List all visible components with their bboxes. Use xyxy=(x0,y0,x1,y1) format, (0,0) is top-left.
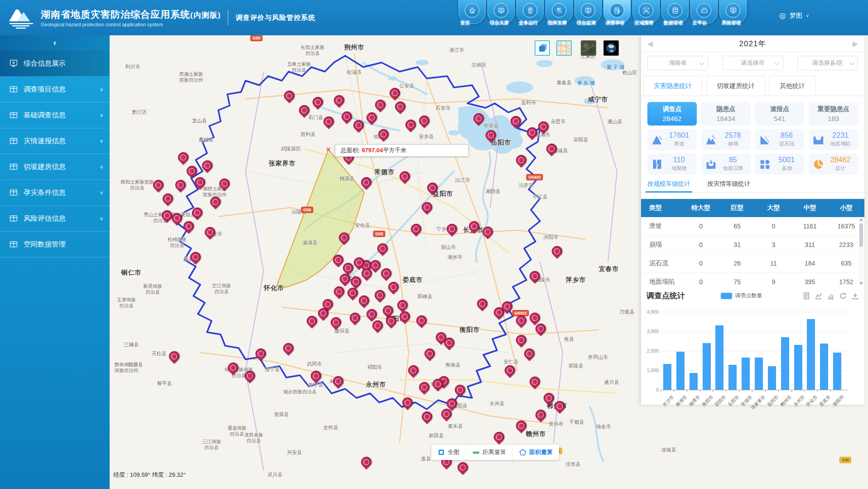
sidebar-item-7[interactable]: 风险评估信息∨ xyxy=(0,206,110,232)
hazard-pin-glyph xyxy=(344,114,350,120)
sidebar-item-8[interactable]: 空间数据管理 xyxy=(0,232,110,257)
table-scrollbar[interactable] xyxy=(859,217,863,286)
sidebar-item-5[interactable]: 切坡建房信息∨ xyxy=(0,154,110,180)
previous-year-button[interactable]: ◀ xyxy=(645,39,656,48)
tab-1[interactable]: 灾害隐患统计 xyxy=(643,76,702,96)
sidebar-item-2[interactable]: 调查项目信息∨ xyxy=(0,77,110,102)
bar-怀化市[interactable] xyxy=(807,319,815,390)
bar-湘潭市[interactable] xyxy=(690,373,698,390)
table-row[interactable]: 崩塌03133112233 xyxy=(641,236,864,254)
home-icon xyxy=(465,3,479,18)
nav-item-screen[interactable]: 综合大屏 xyxy=(487,0,515,24)
chevron-down-icon: ∨ xyxy=(806,13,809,18)
bar-湘西州[interactable] xyxy=(833,353,841,390)
nav-item-home[interactable]: 首页 xyxy=(458,0,486,24)
sidebar-item-3[interactable]: 基础调查信息∨ xyxy=(0,102,110,128)
tab-3[interactable]: 其他统计 xyxy=(769,76,815,96)
nav-item-system[interactable]: 系统管理 xyxy=(719,0,747,24)
layers-toggle-button[interactable] xyxy=(535,40,550,56)
nav-item-alert[interactable]: 区域预警 xyxy=(632,0,660,24)
bar-郴州市[interactable] xyxy=(781,337,789,390)
globe-3d-button[interactable] xyxy=(603,40,619,56)
bar-永州市[interactable] xyxy=(794,345,802,390)
nav-item-building[interactable]: 业务运行 xyxy=(516,0,544,24)
bar-娄底市[interactable] xyxy=(820,344,828,390)
table-body[interactable]: 滑坡0650116116375崩塌03133112233泥石流026111846… xyxy=(641,217,864,286)
grid-icon xyxy=(9,136,18,145)
table-row[interactable]: 泥石流02611184635 xyxy=(641,254,864,273)
sidebar-item-1[interactable]: 综合信息展示 xyxy=(0,51,110,77)
satellite-basemap-button[interactable] xyxy=(581,40,596,56)
nav-item-monitor[interactable]: 综合监测 xyxy=(574,0,602,24)
area-measure-button[interactable]: 面积量算 xyxy=(513,445,559,460)
bar-长沙市[interactable] xyxy=(663,364,671,390)
hazard-value: 2578 xyxy=(718,131,748,140)
street-basemap-button[interactable] xyxy=(556,40,572,56)
distance-measure-button[interactable]: 距离量算 xyxy=(466,445,513,460)
stat-card-2[interactable]: 隐患点18434 xyxy=(701,102,751,126)
nav-item-label: 业务运行 xyxy=(519,20,538,26)
hazard-label: 总计 xyxy=(826,165,854,172)
sidebar-item-label: 切坡建房信息 xyxy=(24,162,100,172)
hazard-pin-glyph xyxy=(155,182,161,188)
nav-item-cloud[interactable]: 云平台 xyxy=(690,0,718,24)
hazard-pin-glyph xyxy=(507,368,513,373)
select-value: 请选择县/区 xyxy=(812,59,844,67)
table-row[interactable]: 地面塌陷07593951752 xyxy=(641,273,864,286)
nav-item-survey[interactable]: 调查评价 xyxy=(603,0,631,24)
bar-岳阳市[interactable] xyxy=(728,365,737,390)
chevron-down-icon: ∨ xyxy=(100,138,103,144)
survey-point-chart: 调查点统计 调查点数量 01,0002,0003,0004,000长沙市株洲市湘… xyxy=(641,286,864,404)
area-measure-label: 面积量算 xyxy=(529,448,553,456)
bar-张家界市[interactable] xyxy=(755,358,763,390)
stat-card-3[interactable]: 速报点541 xyxy=(755,102,805,126)
scrollbar-thumb[interactable] xyxy=(859,223,863,247)
region-select-1[interactable]: 湖南省 xyxy=(647,56,708,70)
hazard-pin-glyph xyxy=(405,400,410,406)
sidebar-item-6[interactable]: 孕灾条件信息∨ xyxy=(0,180,110,206)
bar-chart-icon[interactable] xyxy=(827,292,834,300)
nav-item-database[interactable]: 数据管理 xyxy=(661,0,689,24)
app-title-english: Geological hazard protection control app… xyxy=(41,22,221,27)
subtab-2[interactable]: 按灾情等级统计 xyxy=(708,180,751,192)
sidebar-item-4[interactable]: 灾情速报信息∨ xyxy=(0,128,110,154)
hazard-pin-glyph xyxy=(460,465,466,470)
stat-card-1[interactable]: 调查点28462 xyxy=(647,102,697,126)
bar-常德市[interactable] xyxy=(742,358,750,390)
hazard-card-debris: 856泥石流 xyxy=(755,129,805,150)
hazard-pin-glyph xyxy=(341,235,347,241)
hazard-pin-glyph xyxy=(488,132,494,138)
scroll-up-icon[interactable] xyxy=(859,218,863,221)
app-title-edition: (内测版) xyxy=(190,11,221,19)
data-view-icon[interactable] xyxy=(803,292,810,300)
sidebar-collapse-button[interactable]: ‹ xyxy=(0,35,110,51)
download-icon[interactable] xyxy=(852,292,859,300)
table-row[interactable]: 滑坡0650116116375 xyxy=(641,217,864,236)
region-select-2[interactable]: 请选择市 xyxy=(723,56,783,70)
hazard-pin-glyph xyxy=(352,315,358,321)
full-extent-button[interactable]: 全图 xyxy=(431,445,466,460)
hazard-pin-glyph xyxy=(400,302,405,308)
stat-card-4[interactable]: 重要隐患点183 xyxy=(809,102,858,126)
next-year-button[interactable]: ▶ xyxy=(850,39,861,48)
scroll-down-icon[interactable] xyxy=(859,282,863,285)
hazard-pin-glyph xyxy=(193,254,198,260)
point-stat-cards: 调查点28462隐患点18434速报点541重要隐患点183 xyxy=(641,96,864,126)
bar-衡阳市[interactable] xyxy=(703,343,711,390)
bar-邵阳市[interactable] xyxy=(715,325,723,390)
line-chart-icon[interactable] xyxy=(815,292,822,300)
monitor-icon xyxy=(581,3,595,18)
hazard-pin-glyph xyxy=(186,223,192,229)
table-cell: 1161 xyxy=(792,223,828,230)
subtab-1[interactable]: 按规模等级统计 xyxy=(647,180,690,192)
tab-2[interactable]: 切坡建房统计 xyxy=(706,76,765,96)
nav-item-person[interactable]: 指挥支撑 xyxy=(545,0,573,24)
bar-株洲市[interactable] xyxy=(676,352,685,390)
hazard-pin-glyph xyxy=(410,368,416,373)
region-select-3[interactable]: 请选择县/区 xyxy=(797,56,858,70)
hazard-pin-glyph xyxy=(335,257,341,263)
bar-益阳市[interactable] xyxy=(768,366,776,390)
hazard-label: 其他 xyxy=(772,165,800,172)
user-menu[interactable]: ◎ 梦图 ∨ xyxy=(779,11,809,20)
refresh-icon[interactable] xyxy=(839,292,847,300)
